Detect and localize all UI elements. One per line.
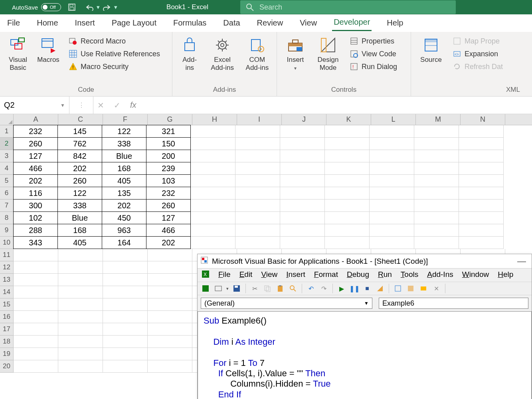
cell[interactable] — [414, 162, 459, 175]
column-header[interactable]: H — [192, 114, 237, 125]
vba-menu-insert[interactable]: Insert — [286, 270, 305, 280]
map-properties-button[interactable]: Map Prope — [451, 36, 504, 46]
com-addins-button[interactable]: COM Add-ins — [242, 35, 273, 72]
cell[interactable] — [58, 348, 103, 360]
cut-icon[interactable]: ✂ — [250, 284, 259, 293]
cell[interactable] — [280, 138, 325, 150]
redo-dropdown-icon[interactable]: ▾ — [113, 1, 119, 13]
cell[interactable] — [325, 224, 370, 237]
row-header[interactable]: 9 — [0, 224, 14, 237]
tab-insert[interactable]: Insert — [73, 16, 97, 31]
cancel-formula-icon[interactable]: ✕ — [97, 101, 104, 110]
cell[interactable] — [280, 200, 325, 212]
row-header[interactable]: 19 — [0, 348, 14, 360]
tab-file[interactable]: File — [6, 16, 22, 31]
cell[interactable] — [148, 360, 192, 373]
design-mode-button[interactable]: Design Mode — [312, 35, 344, 72]
cell[interactable] — [280, 162, 325, 175]
cell[interactable] — [191, 212, 235, 224]
cell[interactable] — [58, 360, 103, 373]
cell[interactable]: 168 — [57, 224, 102, 237]
cell[interactable]: 202 — [146, 236, 191, 249]
row-header[interactable]: 12 — [0, 261, 14, 274]
cell[interactable] — [103, 323, 148, 336]
row-header[interactable]: 5 — [0, 175, 14, 187]
expansion-packs-button[interactable]: <> Expansion — [451, 49, 504, 59]
cell[interactable] — [58, 336, 103, 348]
vba-procedure-dropdown[interactable]: Example6 — [379, 298, 528, 309]
cell[interactable] — [370, 224, 414, 237]
cell[interactable] — [14, 311, 58, 323]
cell[interactable] — [103, 336, 148, 348]
cell[interactable] — [459, 175, 504, 187]
cell[interactable] — [191, 224, 235, 237]
cell[interactable] — [191, 187, 235, 200]
cell[interactable] — [370, 187, 414, 200]
cell[interactable] — [370, 200, 414, 212]
row-header[interactable]: 3 — [0, 150, 14, 162]
row-header[interactable]: 11 — [0, 249, 14, 261]
vba-menu-debug[interactable]: Debug — [347, 270, 369, 280]
column-header[interactable]: F — [103, 114, 148, 125]
addins-button[interactable]: Add- ins — [176, 35, 203, 72]
cell[interactable] — [58, 274, 103, 286]
use-relative-refs-button[interactable]: Use Relative References — [67, 49, 162, 59]
cell[interactable] — [58, 311, 103, 323]
autosave-toggle[interactable]: Off — [41, 3, 61, 11]
cell[interactable] — [14, 249, 58, 261]
cell[interactable] — [235, 224, 280, 237]
cell[interactable] — [235, 175, 280, 187]
cell[interactable] — [14, 298, 58, 311]
vba-menu-view[interactable]: View — [261, 270, 277, 280]
cell[interactable] — [148, 298, 192, 311]
cell[interactable] — [370, 162, 414, 175]
name-box[interactable]: Q2 ▼ — [0, 97, 69, 114]
redo-icon[interactable] — [101, 1, 113, 13]
cell[interactable] — [58, 298, 103, 311]
cell[interactable] — [459, 200, 504, 212]
vba-editor-window[interactable]: Microsoft Visual Basic for Applications … — [197, 254, 532, 399]
cell[interactable] — [191, 150, 235, 162]
cell[interactable]: 164 — [102, 236, 146, 249]
cell[interactable]: 260 — [57, 174, 102, 187]
cell[interactable] — [103, 311, 148, 323]
cell[interactable] — [414, 138, 459, 150]
row-header[interactable]: 14 — [0, 286, 14, 298]
stop-icon[interactable]: ■ — [362, 284, 372, 293]
cell[interactable]: 202 — [102, 199, 146, 212]
refresh-data-button[interactable]: Refresh Dat — [451, 61, 504, 72]
cell[interactable] — [325, 237, 370, 249]
cell[interactable] — [459, 138, 504, 150]
cell[interactable]: 135 — [102, 187, 146, 200]
cell[interactable] — [459, 150, 504, 162]
cell[interactable] — [235, 162, 280, 175]
tab-help[interactable]: Help — [385, 16, 405, 31]
cell[interactable]: 145 — [57, 125, 102, 138]
vba-menu-window[interactable]: Window — [462, 270, 489, 280]
fx-icon[interactable]: fx — [130, 101, 136, 110]
cell[interactable] — [325, 212, 370, 224]
properties-button[interactable]: Properties — [348, 36, 399, 46]
cell[interactable] — [414, 224, 459, 237]
cell[interactable] — [148, 323, 192, 336]
vba-menu-edit[interactable]: Edit — [239, 270, 253, 280]
column-header[interactable]: L — [371, 114, 416, 125]
cell[interactable]: 260 — [146, 199, 191, 212]
vba-menu-help[interactable]: Help — [498, 270, 513, 280]
cell[interactable] — [235, 138, 280, 150]
row-header[interactable]: 15 — [0, 298, 14, 311]
column-header[interactable]: J — [282, 114, 326, 125]
cell[interactable] — [14, 274, 58, 286]
cell[interactable] — [370, 175, 414, 187]
cell[interactable] — [414, 212, 459, 224]
row-header[interactable]: 16 — [0, 311, 14, 323]
cell[interactable] — [191, 237, 235, 249]
tab-view[interactable]: View — [298, 16, 318, 31]
cell[interactable] — [235, 125, 280, 138]
design-mode-icon[interactable] — [375, 284, 385, 293]
row-header[interactable]: 20 — [0, 360, 14, 373]
cell[interactable] — [280, 224, 325, 237]
redo-icon[interactable]: ↷ — [319, 284, 328, 293]
cell[interactable] — [14, 336, 58, 348]
cell[interactable] — [14, 360, 58, 373]
